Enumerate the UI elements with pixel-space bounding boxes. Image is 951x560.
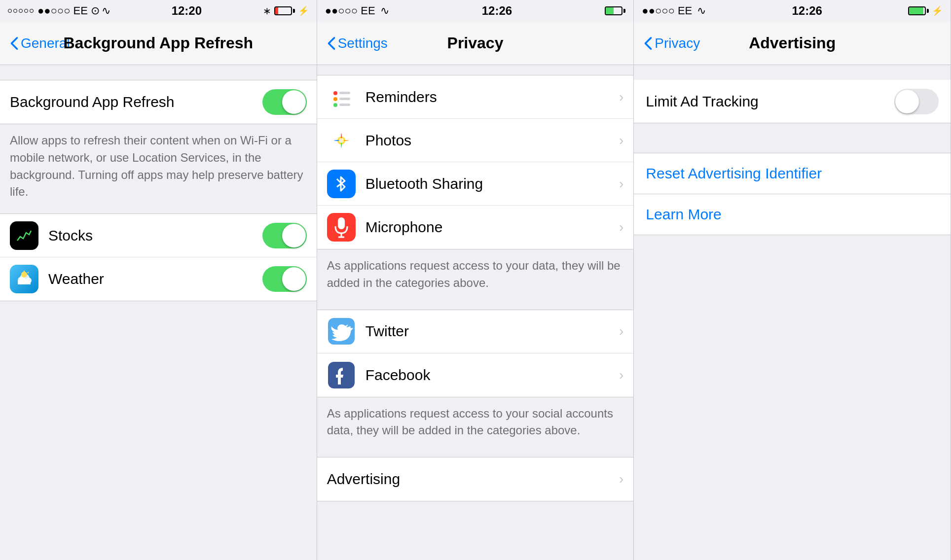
content-3: Limit Ad Tracking Reset Advertising Iden… [634, 65, 951, 560]
chevron-photos: › [619, 133, 623, 148]
panel-advertising: ●●○○○ EE ∿ 12:26 ⚡ Privacy Advertising [634, 0, 951, 560]
status-bar-1: ●●○○○ EE ⊙ ∿ 12:20 ∗ ⚡ [0, 0, 317, 22]
wifi-icon-3: ∿ [697, 4, 706, 17]
chevron-twitter: › [619, 323, 623, 339]
panel-privacy: ●●○○○ EE ∿ 12:26 Settings Privacy [317, 0, 634, 560]
chevron-left-icon-2 [327, 36, 336, 50]
limit-ad-tracking-toggle[interactable] [894, 89, 939, 114]
reminders-list-icon [329, 84, 354, 110]
signal-dot [13, 9, 17, 13]
microphone-label: Microphone [366, 219, 619, 236]
limit-ad-tracking-label: Limit Ad Tracking [646, 93, 758, 110]
nav-back-label-3: Privacy [655, 35, 700, 51]
signal-dot [24, 9, 28, 13]
charge-icon-1: ⚡ [298, 5, 309, 16]
nav-title-1: Background App Refresh [64, 34, 254, 52]
photos-label: Photos [366, 132, 619, 149]
status-left-3: ●●○○○ EE ∿ [642, 4, 706, 17]
time-1: 12:20 [172, 4, 202, 18]
signal-dot [8, 9, 12, 13]
weather-toggle[interactable] [262, 266, 307, 292]
chevron-microphone: › [619, 219, 623, 235]
battery-tip-1 [293, 9, 295, 13]
status-left-2: ●●○○○ EE ∿ [325, 4, 389, 17]
facebook-icon [327, 361, 356, 389]
toggle-thumb [282, 224, 306, 247]
twitter-bird-icon [328, 318, 355, 345]
nav-bar-3: Privacy Advertising [634, 22, 951, 65]
battery-3 [908, 6, 929, 15]
privacy-note-1: As applications request access to your d… [317, 249, 634, 300]
svg-point-16 [339, 138, 344, 143]
stocks-label: Stocks [48, 227, 262, 244]
reset-advertising-identifier-link[interactable]: Reset Advertising Identifier [634, 153, 951, 194]
privacy-note-2: As applications request access to your s… [317, 397, 634, 448]
status-left-1: ●●○○○ EE ⊙ ∿ [8, 4, 110, 17]
background-refresh-description: Allow apps to refresh their content when… [0, 124, 317, 209]
privacy-items-list: Reminders › [317, 75, 634, 249]
nav-bar-2: Settings Privacy [317, 22, 634, 65]
advertising-label: Advertising [327, 471, 619, 488]
svg-point-10 [333, 97, 337, 101]
stocks-toggle[interactable] [262, 223, 307, 248]
twitter-icon [327, 317, 356, 346]
status-right-3: ⚡ [908, 5, 943, 16]
panel-background-app-refresh: ●●○○○ EE ⊙ ∿ 12:20 ∗ ⚡ General Backgroun… [0, 0, 317, 560]
charge-icon-3: ⚡ [932, 5, 943, 16]
svg-rect-17 [338, 217, 345, 229]
list-item-stocks[interactable]: Stocks [0, 214, 317, 257]
weather-cloud-icon [15, 270, 34, 288]
list-item-reminders[interactable]: Reminders › [317, 75, 634, 119]
list-item-facebook[interactable]: Facebook › [317, 353, 634, 397]
background-app-refresh-toggle[interactable] [262, 89, 307, 115]
svg-rect-11 [339, 98, 350, 100]
nav-title-3: Advertising [749, 34, 836, 52]
list-item-advertising[interactable]: Advertising › [317, 457, 634, 501]
stocks-chart-icon [15, 227, 33, 245]
battery-fill-1 [275, 7, 278, 14]
facebook-label: Facebook [366, 367, 619, 384]
svg-line-6 [28, 272, 29, 273]
nav-back-2[interactable]: Settings [327, 35, 388, 51]
time-3: 12:26 [792, 4, 822, 18]
nav-back-1[interactable]: General [10, 35, 70, 51]
background-app-refresh-label: Background App Refresh [10, 94, 262, 110]
toggle-thumb-adv [895, 90, 919, 113]
carrier-label-3: ●●○○○ EE [642, 4, 692, 17]
battery-tip-3 [927, 9, 929, 13]
wifi-icon-1: ∿ [102, 4, 110, 17]
limit-ad-tracking-row[interactable]: Limit Ad Tracking [634, 80, 951, 123]
chevron-reminders: › [619, 89, 623, 105]
wifi-icon-2: ∿ [380, 4, 389, 17]
weather-label: Weather [48, 271, 262, 287]
battery-2 [605, 6, 625, 15]
content-2: Reminders › [317, 65, 634, 560]
carrier-label-1: ●●○○○ EE ⊙ [37, 4, 100, 17]
apps-list: Stocks Weat [0, 213, 317, 301]
nav-back-label-1: General [21, 35, 70, 51]
chevron-facebook: › [619, 367, 623, 383]
list-item-twitter[interactable]: Twitter › [317, 310, 634, 353]
list-item-weather[interactable]: Weather [0, 257, 317, 301]
signal-dots-1 [8, 9, 34, 13]
bluetooth-icon [327, 170, 356, 198]
social-items-list: Twitter › Facebook › [317, 310, 634, 397]
carrier-label-2: ●●○○○ EE [325, 4, 375, 17]
stocks-icon [10, 221, 38, 250]
battery-body-2 [605, 6, 622, 15]
list-item-bluetooth-sharing[interactable]: Bluetooth Sharing › [317, 162, 634, 206]
background-app-refresh-toggle-row[interactable]: Background App Refresh [0, 80, 317, 124]
list-item-photos[interactable]: Photos › [317, 119, 634, 162]
status-right-2 [605, 6, 625, 15]
list-item-microphone[interactable]: Microphone › [317, 206, 634, 249]
twitter-label: Twitter [366, 323, 619, 340]
photos-icon [327, 126, 356, 155]
facebook-f-icon [328, 362, 355, 388]
svg-rect-13 [339, 104, 350, 106]
photos-pinwheel-icon [329, 128, 354, 153]
main-toggle-group: Background App Refresh [0, 80, 317, 124]
reminders-icon [327, 83, 356, 111]
learn-more-link[interactable]: Learn More [634, 194, 951, 235]
nav-back-3[interactable]: Privacy [644, 35, 700, 51]
advertising-list: Advertising › [317, 457, 634, 501]
